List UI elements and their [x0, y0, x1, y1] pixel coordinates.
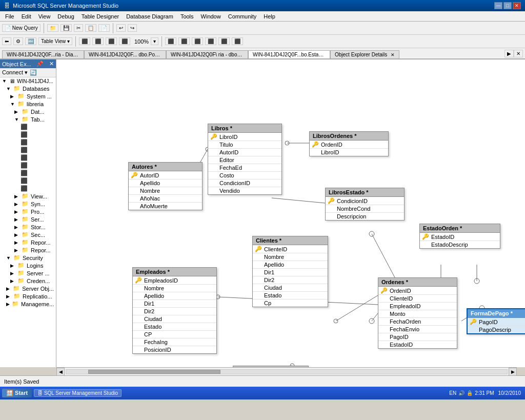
- table-librosestado[interactable]: LibrosEstado * 🔑 CondicionID NombreCond …: [325, 188, 405, 221]
- menu-community[interactable]: Community: [225, 12, 260, 21]
- tree-server[interactable]: ▼ 🖥 WIN-841JD4J...: [0, 77, 56, 85]
- scroll-track-h[interactable]: [66, 369, 508, 374]
- tb2-btn-2[interactable]: ⚙: [13, 37, 23, 45]
- tab-scroll-right[interactable]: ▶: [504, 50, 514, 57]
- tree-security[interactable]: ▼ 📁 Security: [0, 254, 56, 262]
- tree-server-roles[interactable]: ▶ 📁 Server ...: [0, 269, 56, 277]
- menu-database-diagram[interactable]: Database Diagram: [123, 12, 176, 21]
- table-libros[interactable]: Libros * 🔑 LibroID Titulo AutorID Editor…: [208, 124, 282, 195]
- zoom-dropdown[interactable]: ▾: [151, 37, 158, 45]
- tree-repor2[interactable]: ▶ 📁 Repor...: [0, 246, 56, 254]
- table-librosordenes[interactable]: LibrosOrdenes * 🔑 OrdenID LibroID: [309, 131, 389, 156]
- tree-server-obj[interactable]: ▶ 📁 Server Obj...: [0, 285, 56, 292]
- maximize-button[interactable]: □: [503, 2, 512, 9]
- sidebar-pin[interactable]: 📌: [36, 61, 44, 67]
- tree-replication[interactable]: ▶ 📁 Replicatio...: [0, 292, 56, 300]
- tb-btn-5[interactable]: 📄: [98, 24, 110, 32]
- taskbar-ssms[interactable]: 🗄 SQL Server Management Studio: [34, 389, 122, 397]
- table-posiciones[interactable]: Posiciones * 🔑 PosicionID Cargo Descripc…: [233, 366, 309, 367]
- table-librosordenes-header[interactable]: LibrosOrdenes *: [310, 132, 388, 141]
- tree-ser[interactable]: ▶ 📁 Ser...: [0, 215, 56, 223]
- tb2-btn-6[interactable]: ⬛: [106, 37, 117, 45]
- diagram-canvas[interactable]: Autores * 🔑 AutorID Apellido Nombre AñoN…: [56, 59, 525, 367]
- tree-tab[interactable]: ▼ 📁 Tab...: [0, 115, 56, 123]
- menu-tools[interactable]: Tools: [177, 12, 197, 21]
- tab-close-all[interactable]: ✕: [514, 50, 523, 57]
- tb-btn-3[interactable]: ✂: [74, 24, 83, 32]
- tb2-btn-5[interactable]: ⬛: [92, 37, 104, 45]
- tree-databases[interactable]: ▼ 📁 Databases: [0, 85, 56, 92]
- tb2-btn-7[interactable]: ⬛: [119, 37, 130, 45]
- table-formadepago[interactable]: FormaDePago * 🔑 PagoID PagoDescrip: [467, 308, 525, 334]
- table-ordenes-header[interactable]: Ordenes *: [378, 278, 457, 287]
- tb2-btn-12[interactable]: ⬛: [218, 37, 230, 45]
- table-librosestado-header[interactable]: LibrosEstado *: [326, 188, 404, 197]
- scroll-right-btn[interactable]: ▶: [509, 368, 517, 376]
- start-button[interactable]: 🪟 Start: [2, 389, 32, 397]
- tree-table-6[interactable]: ⬛: [18, 162, 56, 169]
- menu-edit[interactable]: Edit: [18, 12, 34, 21]
- tree-dat[interactable]: ▶ 📁 Dat...: [0, 108, 56, 115]
- close-button[interactable]: ✕: [513, 2, 521, 9]
- table-autores[interactable]: Autores * 🔑 AutorID Apellido Nombre AñoN…: [128, 162, 203, 210]
- table-autores-header[interactable]: Autores *: [129, 163, 202, 171]
- sidebar-close[interactable]: ✕: [49, 61, 54, 67]
- tree-table-5[interactable]: ⬛: [18, 154, 56, 162]
- tree-stor[interactable]: ▶ 📁 Stor...: [0, 223, 56, 231]
- tab-estadoorden[interactable]: WIN-841JD4J2Q0F...bo.EstadoOrden* ✕: [248, 50, 330, 58]
- tb2-btn-4[interactable]: ⬛: [79, 37, 90, 45]
- refresh-icon[interactable]: 🔄: [30, 69, 37, 76]
- tb2-btn-3[interactable]: 🔤: [25, 37, 36, 45]
- table-clientes-header[interactable]: Clientes *: [253, 236, 328, 245]
- menu-debug[interactable]: Debug: [54, 12, 77, 21]
- tree-libreria[interactable]: ▼ 📁 libreria: [0, 100, 56, 108]
- tree-syn[interactable]: ▶ 📁 Syn...: [0, 200, 56, 208]
- menu-table-designer[interactable]: Table Designer: [78, 12, 122, 21]
- tree-table-3[interactable]: ⬛: [18, 138, 56, 146]
- tree-view[interactable]: ▶ 📁 View...: [0, 192, 56, 200]
- horizontal-scrollbar[interactable]: ◀ ▶: [56, 367, 517, 375]
- table-clientes[interactable]: Clientes * 🔑 ClienteID Nombre Apellido D…: [252, 236, 328, 307]
- tb-btn-1[interactable]: 📁: [47, 24, 58, 32]
- table-posiciones-header[interactable]: Posiciones *: [233, 366, 308, 367]
- tree-credentials[interactable]: ▶ 📁 Creden...: [0, 277, 56, 285]
- table-libros-header[interactable]: Libros *: [208, 124, 281, 133]
- tb2-btn-11[interactable]: ⬛: [205, 37, 216, 45]
- tree-systemdbs[interactable]: ▶ 📁 System ...: [0, 92, 56, 100]
- tree-sec[interactable]: ▶ 📁 Sec...: [0, 231, 56, 238]
- tb-btn-2[interactable]: 💾: [60, 24, 72, 32]
- table-formadepago-header[interactable]: FormaDePago *: [468, 309, 525, 318]
- tb2-btn-13[interactable]: ⬛: [232, 37, 243, 45]
- menu-window[interactable]: Window: [198, 12, 224, 21]
- tb-btn-7[interactable]: ↪: [128, 24, 137, 32]
- tree-logins[interactable]: ▶ 📁 Logins: [0, 262, 56, 269]
- table-empleados-header[interactable]: Empleados *: [133, 268, 216, 276]
- tree-table-1[interactable]: ⬛: [18, 123, 56, 131]
- minimize-button[interactable]: —: [494, 2, 502, 9]
- tree-repor1[interactable]: ▶ 📁 Repor...: [0, 238, 56, 246]
- tb2-btn-8[interactable]: ⬛: [165, 37, 176, 45]
- tree-table-9[interactable]: ⬛: [18, 185, 56, 192]
- tree-table-8[interactable]: ⬛: [18, 177, 56, 185]
- tb2-btn-1[interactable]: ⬅: [2, 37, 11, 45]
- tree-management[interactable]: ▶ 📁 Manageme...: [0, 300, 56, 308]
- menu-help[interactable]: Help: [260, 12, 278, 21]
- tb-btn-6[interactable]: ↩: [116, 24, 126, 32]
- tab-libros[interactable]: WIN-841JD4J2Q0F\ ria - dbo.Libros* ✕: [166, 50, 248, 58]
- tree-table-4[interactable]: ⬛: [18, 146, 56, 154]
- table-estadoorden-header[interactable]: EstadoOrden *: [420, 224, 500, 233]
- table-ordenes[interactable]: Ordenes * 🔑 OrdenID ClienteID EmpleadoID…: [378, 277, 457, 349]
- connect-label[interactable]: Connect ▾: [2, 69, 28, 76]
- tab-object-explorer-close[interactable]: ✕: [391, 52, 395, 57]
- tb2-btn-10[interactable]: ⬛: [192, 37, 203, 45]
- table-estadoorden[interactable]: EstadoOrden * 🔑 EstadoID EstadoDescrip: [419, 224, 500, 249]
- menu-view[interactable]: View: [35, 12, 54, 21]
- scroll-thumb-h[interactable]: [88, 370, 220, 374]
- tab-posiciones[interactable]: WIN-841JD4J2Q0F... dbo.Posiciones* ✕: [84, 50, 166, 58]
- tab-diagram[interactable]: WIN-841JD4J2Q0F...ria - Diagram_0* ✕: [2, 50, 84, 58]
- tree-table-7[interactable]: ⬛: [18, 169, 56, 177]
- menu-file[interactable]: File: [2, 12, 17, 21]
- tree-table-2[interactable]: ⬛: [18, 131, 56, 138]
- tb2-btn-9[interactable]: ⬛: [178, 37, 190, 45]
- table-view-dropdown[interactable]: Table View ▾: [38, 37, 72, 45]
